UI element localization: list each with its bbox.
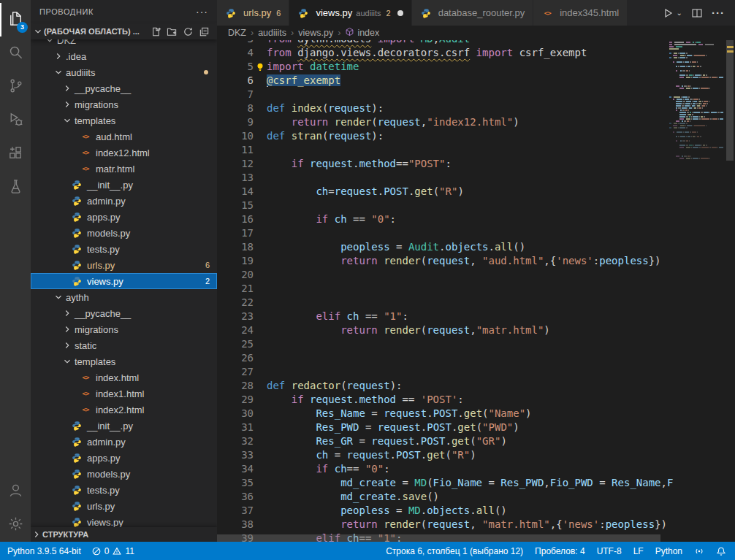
code-line-32[interactable]: 32 Res_GR = request.POST.get("GR") bbox=[217, 434, 669, 448]
activity-testing-button[interactable] bbox=[0, 171, 31, 204]
activity-settings-button[interactable] bbox=[0, 508, 31, 542]
code-editor[interactable]: 3from aythh.models import MD,Audit4from … bbox=[217, 40, 735, 542]
tree-file-urls.py[interactable]: urls.py bbox=[31, 498, 217, 514]
tree-file-apps.py[interactable]: apps.py bbox=[31, 450, 217, 466]
notifications-button[interactable] bbox=[716, 542, 726, 560]
code-line-38[interactable]: 38 return render(request, "matr.html",{'… bbox=[217, 518, 669, 532]
vertical-scrollbar-thumb[interactable] bbox=[726, 40, 734, 161]
code-line-20[interactable]: 20 bbox=[217, 268, 669, 282]
tree-folder-audiiits[interactable]: audiiits bbox=[31, 64, 217, 80]
tree-folder-aythh[interactable]: aythh bbox=[31, 289, 217, 305]
tree-file-index1.html[interactable]: <>index1.html bbox=[31, 386, 217, 402]
activity-source-control-button[interactable] bbox=[0, 70, 31, 104]
code-line-8[interactable]: 8def index(request): bbox=[217, 101, 669, 115]
split-editor-icon[interactable] bbox=[691, 7, 703, 19]
code-line-24[interactable]: 24 return render(request,"matr.html") bbox=[217, 323, 669, 337]
code-line-19[interactable]: 19 return render(request, "aud.html",{'n… bbox=[217, 254, 669, 268]
tree-file-tests.py[interactable]: tests.py bbox=[31, 241, 217, 257]
code-line-5[interactable]: 5import datetime bbox=[217, 60, 669, 74]
tree-file-models.py[interactable]: models.py bbox=[31, 225, 217, 241]
tree-file-index2.html[interactable]: <>index2.html bbox=[31, 402, 217, 418]
collapse-all-icon[interactable] bbox=[199, 26, 210, 37]
breadcrumb-item-audiiits[interactable]: audiiits bbox=[258, 28, 286, 38]
tree-file-admin.py[interactable]: admin.py bbox=[31, 193, 217, 209]
tab-database_roouter.py[interactable]: database_roouter.py bbox=[412, 0, 534, 26]
tree-file-models.py[interactable]: models.py bbox=[31, 466, 217, 482]
code-line-4[interactable]: 4from django.views.decorators.csrf impor… bbox=[217, 46, 669, 60]
code-line-30[interactable]: 30 Res_Name = request.POST.get("Name") bbox=[217, 407, 669, 421]
code-line-22[interactable]: 22 bbox=[217, 296, 669, 310]
new-file-icon[interactable] bbox=[151, 26, 161, 37]
code-line-37[interactable]: 37 peopless = MD.objects.all() bbox=[217, 504, 669, 518]
tree-file-apps.py[interactable]: apps.py bbox=[31, 209, 217, 225]
lightbulb-icon[interactable] bbox=[255, 62, 265, 72]
tree-file-aud.html[interactable]: <>aud.html bbox=[31, 129, 217, 145]
tree-folder-.idea[interactable]: .idea bbox=[31, 48, 217, 64]
tree-file-__init__.py[interactable]: __init__.py bbox=[31, 418, 217, 434]
tree-file-matr.html[interactable]: <>matr.html bbox=[31, 161, 217, 177]
code-line-31[interactable]: 31 Res_PWD = request.POST.get("PWD") bbox=[217, 421, 669, 434]
code-line-12[interactable]: 12 if request.method=="POST": bbox=[217, 157, 669, 171]
code-line-17[interactable]: 17 bbox=[217, 226, 669, 240]
code-line-14[interactable]: 14 ch=request.POST.get("R") bbox=[217, 185, 669, 199]
activity-account-button[interactable] bbox=[0, 475, 31, 508]
editor-more-actions-button[interactable]: ··· bbox=[712, 7, 725, 19]
tree-file-index.html[interactable]: <>index.html bbox=[31, 369, 217, 386]
run-dropdown-icon[interactable]: ⌄ bbox=[677, 9, 682, 17]
tree-file-views.py[interactable]: views.py2 bbox=[31, 273, 217, 289]
code-line-27[interactable]: 27 bbox=[217, 365, 669, 379]
code-line-26[interactable]: 26 bbox=[217, 351, 669, 365]
code-line-3[interactable]: 3from aythh.models import MD,Audit bbox=[217, 40, 669, 46]
code-line-36[interactable]: 36 md_create.save() bbox=[217, 490, 669, 504]
horizontal-scrollbar-thumb[interactable] bbox=[217, 534, 660, 542]
activity-run-debug-button[interactable] bbox=[0, 104, 31, 137]
tree-folder-__pycache__[interactable]: __pycache__ bbox=[31, 80, 217, 96]
new-folder-icon[interactable] bbox=[167, 26, 178, 37]
code-line-6[interactable]: 6@csrf_exempt bbox=[217, 74, 669, 88]
tree-folder-migrations[interactable]: migrations bbox=[31, 96, 217, 112]
tree-folder-DKZ[interactable]: DKZ bbox=[31, 39, 217, 48]
code-line-16[interactable]: 16 if ch == "0": bbox=[217, 212, 669, 226]
tab-index345.html[interactable]: <>index345.html bbox=[533, 0, 628, 26]
code-line-9[interactable]: 9 return render(request,"index12.html") bbox=[217, 115, 669, 129]
refresh-icon[interactable] bbox=[183, 26, 194, 37]
minimap[interactable] bbox=[669, 42, 723, 166]
code-line-33[interactable]: 33 ch = request.POST.get("R") bbox=[217, 448, 669, 462]
workspace-section-header[interactable]: (РАБОЧАЯ ОБЛАСТЬ) ... bbox=[31, 23, 217, 39]
tree-file-urls.py[interactable]: urls.py6 bbox=[31, 257, 217, 273]
run-icon[interactable] bbox=[662, 7, 674, 19]
breadcrumb-item-views.py[interactable]: views.py bbox=[298, 28, 333, 38]
code-line-13[interactable]: 13 bbox=[217, 171, 669, 185]
horizontal-scrollbar[interactable] bbox=[217, 534, 669, 542]
code-line-11[interactable]: 11 bbox=[217, 143, 669, 157]
encoding-status[interactable]: UTF-8 bbox=[597, 542, 622, 560]
eol-status[interactable]: LF bbox=[633, 542, 644, 560]
code-line-10[interactable]: 10def stran(request): bbox=[217, 129, 669, 143]
tree-file-index12.html[interactable]: <>index12.html bbox=[31, 145, 217, 161]
tree-folder-__pycache__[interactable]: __pycache__ bbox=[31, 305, 217, 321]
code-line-21[interactable]: 21 bbox=[217, 282, 669, 296]
tree-file-admin.py[interactable]: admin.py bbox=[31, 434, 217, 450]
code-line-7[interactable]: 7 bbox=[217, 88, 669, 101]
tab-urls.py[interactable]: urls.py6 bbox=[217, 0, 289, 26]
tree-folder-templates[interactable]: templates bbox=[31, 112, 217, 129]
dirty-indicator-icon[interactable] bbox=[397, 10, 403, 16]
tree-file-tests.py[interactable]: tests.py bbox=[31, 482, 217, 498]
code-line-34[interactable]: 34 if ch== "0": bbox=[217, 462, 669, 476]
code-line-35[interactable]: 35 md_create = MD(Fio_Name = Res_PWD,Fio… bbox=[217, 476, 669, 490]
language-mode-status[interactable]: Python bbox=[655, 542, 682, 560]
cursor-position-status[interactable]: Строка 6, столбец 1 (выбрано 12) bbox=[386, 542, 523, 560]
breadcrumb-item-DKZ[interactable]: DKZ bbox=[228, 28, 246, 38]
activity-extensions-button[interactable] bbox=[0, 137, 31, 171]
tree-file-__init__.py[interactable]: __init__.py bbox=[31, 177, 217, 193]
tree-folder-migrations[interactable]: migrations bbox=[31, 321, 217, 337]
python-interpreter-status[interactable]: Python 3.9.5 64-bit bbox=[7, 542, 81, 560]
breadcrumb-item-index[interactable]: index bbox=[345, 27, 379, 39]
code-line-23[interactable]: 23 elif ch == "1": bbox=[217, 310, 669, 323]
code-line-29[interactable]: 29 if request.method == 'POST': bbox=[217, 393, 669, 407]
feedback-button[interactable] bbox=[694, 542, 704, 560]
activity-search-button[interactable] bbox=[0, 37, 31, 70]
outline-section-header[interactable]: СТРУКТУРА bbox=[31, 527, 217, 542]
code-line-15[interactable]: 15 bbox=[217, 199, 669, 212]
code-line-18[interactable]: 18 peopless = Audit.objects.all() bbox=[217, 240, 669, 254]
